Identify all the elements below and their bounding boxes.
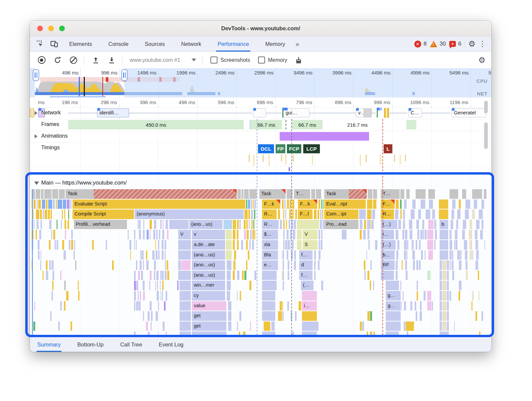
flame-noise-bar[interactable] [136,301,138,311]
tab-bottom-up[interactable]: Bottom-Up [77,337,104,352]
screenshots-checkbox[interactable] [210,57,217,64]
flame-noise-bar[interactable] [58,322,60,331]
flame-bar[interactable] [177,281,179,290]
flame-bar[interactable] [178,240,191,250]
flame-noise-bar[interactable] [51,230,53,239]
flame-bar[interactable] [457,209,461,219]
flame-noise-bar[interactable] [151,311,153,321]
flame-noise-bar[interactable] [52,260,54,270]
flame-noise-bar[interactable] [147,230,149,239]
flame-bar[interactable] [367,220,370,229]
flame-noise-bar[interactable] [66,291,68,301]
flame-bar[interactable] [178,271,191,280]
flame-bar[interactable] [48,200,52,209]
flame-entry[interactable]: xla [262,240,278,250]
flame-noise-bar[interactable] [165,260,166,270]
flame-noise-bar[interactable] [282,301,283,311]
flame-bar[interactable] [479,209,483,219]
flame-noise-bar[interactable] [40,260,41,270]
flame-bar[interactable] [311,189,315,199]
screenshots-toggle[interactable]: Screenshots [210,57,250,64]
flame-noise-bar[interactable] [46,260,48,270]
flame-noise-bar[interactable] [57,240,58,250]
flame-noise-bar[interactable] [156,250,158,260]
chevron-down-icon[interactable] [192,59,196,62]
flame-bar[interactable] [70,200,71,209]
flame-bar[interactable] [440,332,449,337]
flame-bar[interactable] [434,220,436,229]
flame-bar[interactable] [440,322,442,331]
flame-bar[interactable] [412,200,416,209]
flame-bar[interactable] [447,322,449,331]
flame-bar[interactable] [440,311,442,321]
flame-noise-bar[interactable] [160,281,161,290]
flame-noise-bar[interactable] [143,260,144,270]
flame-entry[interactable]: (… [301,281,314,290]
flame-noise-bar[interactable] [287,301,289,311]
timeline-overview[interactable]: 496 ms996 ms1496 ms1996 ms2496 ms2996 ms… [30,68,491,98]
flame-noise-bar[interactable] [159,230,160,239]
timings-track[interactable]: DCLFPFCPLCPLTimings [30,142,491,166]
flame-bar[interactable] [233,220,236,229]
flame-noise-bar[interactable] [459,291,460,301]
flame-bar[interactable] [396,230,398,239]
flame-bar[interactable] [52,189,58,199]
flame-bar[interactable] [234,250,236,260]
flame-bar[interactable] [427,291,431,301]
flame-entry[interactable]: Bla [262,250,278,260]
flame-bar[interactable] [451,220,453,229]
flame-bar[interactable] [227,271,231,280]
tab-call-tree[interactable]: Call Tree [119,337,143,352]
flame-bar[interactable] [244,189,249,199]
flame-entry[interactable]: Task [259,189,286,199]
flame-entry[interactable]: F…k [262,200,280,209]
kebab-menu-icon[interactable]: ⋮ [479,40,486,48]
flame-noise-bar[interactable] [138,220,139,229]
flame-noise-bar[interactable] [148,332,150,337]
flame-bar[interactable] [440,291,442,301]
flame-bar[interactable] [249,220,250,229]
flame-bar[interactable] [428,189,435,199]
flame-noise-bar[interactable] [162,240,164,250]
flame-entry[interactable]: e… [262,260,278,270]
flame-noise-bar[interactable] [143,281,144,290]
flame-noise-bar[interactable] [237,322,238,331]
flame-bar[interactable] [447,260,449,270]
flame-bar[interactable] [322,209,323,219]
flame-noise-bar[interactable] [239,332,240,337]
flame-bar[interactable] [320,209,322,219]
flame-noise-bar[interactable] [419,260,421,270]
selection-handle-left[interactable] [33,69,39,81]
flame-bar[interactable] [462,230,465,239]
flame-bar[interactable] [283,271,284,280]
flame-bar[interactable] [404,200,407,209]
flame-noise-bar[interactable] [155,281,156,290]
flame-bar[interactable] [287,250,288,260]
flame-entry[interactable]: value [192,301,226,311]
flame-noise-bar[interactable] [138,301,140,311]
inspect-element-icon[interactable] [35,39,45,49]
flame-bar[interactable] [226,240,232,250]
flame-noise-bar[interactable] [154,271,155,280]
flame-noise-bar[interactable] [150,271,152,280]
issues-badge[interactable]: ✕6 [449,41,461,47]
flame-bar[interactable] [239,220,241,229]
flame-noise-bar[interactable] [460,250,462,260]
frames-track[interactable]: 450.0 ms66.7 ms66.7 ms216.7 msFrames [30,119,491,131]
flame-noise-bar[interactable] [143,311,144,321]
flame-noise-bar[interactable] [150,230,151,239]
flame-bar[interactable] [262,311,275,321]
flame-noise-bar[interactable] [130,250,131,260]
flame-bar[interactable] [411,209,415,219]
network-request[interactable] [30,108,34,117]
flame-bar[interactable] [440,301,442,311]
tab-sources[interactable]: Sources [143,36,166,52]
flame-noise-bar[interactable] [74,240,75,250]
timing-badge-l[interactable]: L [383,144,393,154]
flame-bar[interactable] [418,209,421,219]
flame-bar[interactable] [406,271,408,280]
flame-noise-bar[interactable] [78,281,79,290]
flame-bar[interactable] [442,301,447,311]
collect-garbage-icon[interactable] [294,56,303,65]
flame-noise-bar[interactable] [454,322,455,331]
